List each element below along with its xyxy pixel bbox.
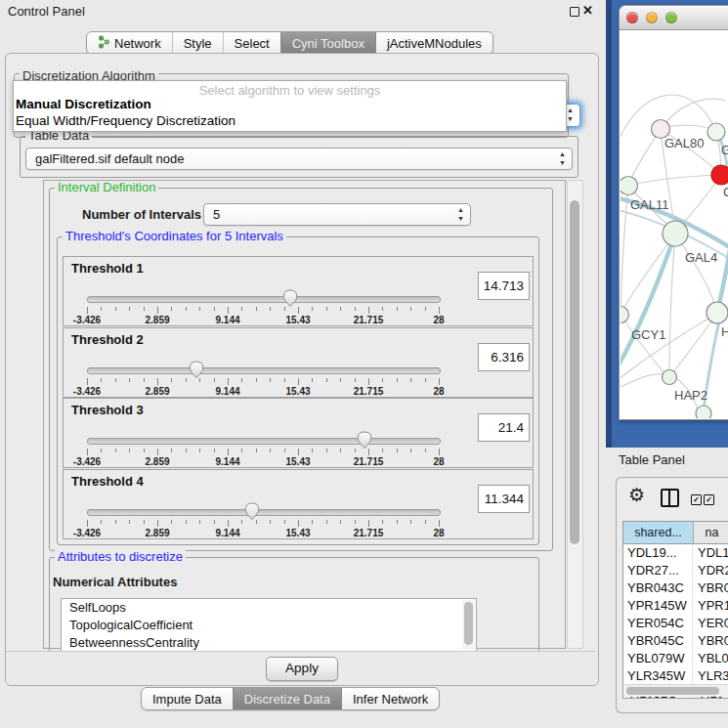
slider-track[interactable] [87,296,441,303]
tab-impute-data[interactable]: Impute Data [142,688,233,709]
network-edge[interactable] [621,186,628,315]
column-header-shared-name[interactable]: shared... [623,522,694,543]
network-edge[interactable] [675,234,717,313]
split-columns-icon[interactable] [661,489,679,507]
cell-shared-name[interactable]: YDL19... [623,544,693,562]
close-icon[interactable]: ✕ [582,3,593,18]
cell-shared-name[interactable]: YBR045C [623,632,693,650]
node-right-h[interactable] [707,302,728,323]
major-tick [157,307,158,314]
numerical-attributes-list[interactable]: SelfLoopsTopologicalCoefficientBetweenne… [61,598,477,652]
slider-track[interactable] [87,438,441,445]
table-horizontal-scrollbar[interactable] [624,684,728,697]
table-row[interactable]: YLR345WYLR3 [623,667,728,685]
node-bottom-partial[interactable] [696,406,711,418]
threshold-4-slider[interactable]: -3.4262.8599.14415.4321.71528 [87,501,439,538]
slider-thumb[interactable] [244,502,260,524]
table-row[interactable]: YPR145WYPR1 [623,597,728,615]
minor-tick [214,520,215,524]
scrollbar-thumb[interactable] [626,687,719,695]
node-gal11[interactable] [621,177,638,195]
tab-infer-network[interactable]: Infer Network [341,688,439,709]
table-data-combobox[interactable]: galFiltered.sif default node ▲▼ [25,148,573,170]
cell-shared-name[interactable]: YLR345W [623,667,693,685]
table-row[interactable]: YBL079WYBL0 [623,650,728,667]
network-window-titlebar[interactable] [620,6,728,30]
cell-name[interactable]: YDR2 [693,562,728,579]
node-gcy1[interactable] [621,307,629,323]
slider-thumb[interactable] [282,289,298,311]
node-gal4[interactable] [663,221,688,246]
scrollbar-thumb[interactable] [464,602,473,645]
threshold-3-slider[interactable]: -3.4262.8599.14415.4321.71528 [87,430,439,467]
cell-name[interactable]: YDL1 [693,544,728,562]
threshold-2-value-field[interactable]: 6.316 [478,343,530,371]
node-hap2[interactable] [663,370,677,385]
minimize-traffic-light[interactable] [646,12,658,23]
tab-discretize-data[interactable]: Discretize Data [233,688,341,709]
close-traffic-light[interactable] [626,12,638,23]
attribute-item-selfloops[interactable]: SelfLoops [62,599,476,617]
table-row[interactable]: YDR27...YDR2 [623,562,728,579]
tab-network[interactable]: Network [87,32,172,54]
tab-jactivemnodules[interactable]: jActiveMNodules [375,32,492,54]
threshold-3-value-field[interactable]: 21.4 [478,413,530,442]
gear-icon[interactable]: ⚙ [628,486,645,504]
threshold-2-slider[interactable]: -3.4262.8599.14415.4321.71528 [87,360,439,397]
tab-style[interactable]: Style [172,32,223,54]
slider-thumb[interactable] [357,431,372,452]
number-of-intervals-combobox[interactable]: 5 ▲▼ [203,203,471,226]
table-row[interactable]: YER054CYER0 [623,615,728,632]
combo-stepper-icon[interactable]: ▲▼ [567,106,574,123]
minor-tick [312,520,313,524]
tab-cyni-toolbox[interactable]: Cyni Toolbox [280,32,375,54]
table-row[interactable]: YDL19...YDL1 [623,544,728,562]
slider-track[interactable] [87,367,441,374]
cell-name[interactable]: YLR3 [693,667,728,685]
table-row[interactable]: YBR043CYBR0 [623,579,728,597]
numerical-attributes-label: Numerical Attributes [53,575,177,589]
slider-track[interactable] [87,509,441,516]
control-panel-title: Control Panel [8,4,85,19]
network-edge[interactable] [621,315,664,373]
threshold-1-slider[interactable]: -3.4262.8599.14415.4321.71528 [87,288,439,325]
list-scrollbar[interactable] [462,600,475,650]
cell-name[interactable]: YBR0 [693,579,728,597]
attribute-item-topologicalcoefficient[interactable]: TopologicalCoefficient [62,617,476,634]
checkbox-icon[interactable]: ✓ [704,494,714,505]
combo-stepper-icon[interactable]: ▲▼ [457,205,464,223]
tab-select[interactable]: Select [223,32,280,54]
table-row[interactable]: YBR045CYBR0 [623,632,728,650]
slider-thumb[interactable] [189,361,204,382]
combo-stepper-icon[interactable]: ▲▼ [559,150,566,167]
network-canvas[interactable]: GAL80GACGAL11GAL4GCY1HHAP2 [621,30,728,418]
cell-shared-name[interactable]: YER054C [623,615,693,632]
settings-vertical-scrollbar[interactable] [567,180,583,649]
cell-name[interactable]: YBL0 [693,650,728,667]
cell-name[interactable]: YPR1 [693,597,728,615]
network-edge[interactable] [703,321,719,418]
menu-item-equal-width-frequency[interactable]: Equal Width/Frequency Discretization [16,113,236,128]
network-edge[interactable] [628,175,721,186]
apply-button[interactable]: Apply [266,657,338,681]
node-red[interactable] [711,165,728,185]
tick-label: 2.859 [145,386,169,397]
node-top-right[interactable] [707,123,725,141]
column-header-name[interactable]: na [694,522,728,543]
network-edge[interactable] [669,234,675,377]
checkbox-icon[interactable]: ✓ [691,494,702,505]
cell-shared-name[interactable]: YBR043C [623,579,693,597]
cell-shared-name[interactable]: YBL079W [623,650,693,667]
scrollbar-thumb[interactable] [570,200,579,544]
attribute-item-betweennesscentrality[interactable]: BetweennessCentrality [62,634,476,652]
cell-name[interactable]: YBR0 [693,632,728,650]
cell-shared-name[interactable]: YPR145W [623,597,693,615]
threshold-1-value-field[interactable]: 14.713 [478,272,530,300]
threshold-4-value-field[interactable]: 11.344 [478,485,530,513]
menu-item-manual-discretization[interactable]: Manual Discretization [16,97,151,111]
cell-shared-name[interactable]: YDR27... [623,562,693,579]
zoom-traffic-light[interactable] [665,12,677,23]
minor-tick [241,449,242,452]
float-window-icon[interactable] [570,7,579,17]
cell-name[interactable]: YER0 [693,615,728,632]
